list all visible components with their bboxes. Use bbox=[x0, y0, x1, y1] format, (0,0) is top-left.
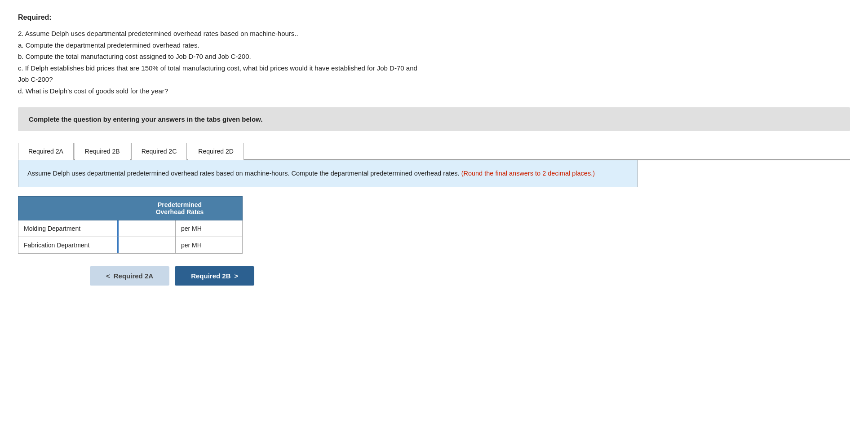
table-row: Fabrication Department per MH bbox=[18, 237, 243, 254]
molding-department-input-cell[interactable] bbox=[117, 220, 176, 237]
tab-required-2c[interactable]: Required 2C bbox=[131, 143, 187, 160]
next-icon: > bbox=[234, 272, 238, 280]
problem-line-4b: Job C-200? bbox=[18, 74, 850, 85]
molding-department-input[interactable] bbox=[117, 220, 175, 237]
molding-department-label: Molding Department bbox=[18, 220, 117, 237]
molding-department-unit: per MH bbox=[176, 220, 243, 237]
fabrication-department-label: Fabrication Department bbox=[18, 237, 117, 254]
table-row: Molding Department per MH bbox=[18, 220, 243, 237]
problem-line-2: a. Compute the departmental predetermine… bbox=[18, 40, 850, 51]
prev-label: Required 2A bbox=[114, 272, 153, 280]
tab-note: (Round the final answers to 2 decimal pl… bbox=[461, 170, 595, 177]
tab-required-2a[interactable]: Required 2A bbox=[18, 143, 74, 160]
problem-line-3: b. Compute the total manufacturing cost … bbox=[18, 51, 850, 62]
prev-button[interactable]: < Required 2A bbox=[90, 266, 169, 286]
instruction-text: Complete the question by entering your a… bbox=[29, 115, 262, 123]
fabrication-department-input-cell[interactable] bbox=[117, 237, 176, 254]
tab-required-2d[interactable]: Required 2D bbox=[188, 143, 244, 160]
tabs-container: Required 2A Required 2B Required 2C Requ… bbox=[18, 142, 850, 160]
next-label: Required 2B bbox=[191, 272, 230, 280]
problem-text: 2. Assume Delph uses departmental predet… bbox=[18, 28, 850, 97]
fabrication-department-input[interactable] bbox=[117, 237, 175, 253]
table-header-predetermined: PredeterminedOverhead Rates bbox=[117, 197, 243, 220]
required-label: Required: bbox=[18, 13, 850, 22]
fabrication-department-unit: per MH bbox=[176, 237, 243, 254]
problem-line-1: 2. Assume Delph uses departmental predet… bbox=[18, 28, 850, 40]
tab-content-2a: Assume Delph uses departmental predeterm… bbox=[18, 160, 638, 187]
answer-table: PredeterminedOverhead Rates Molding Depa… bbox=[18, 196, 243, 254]
prev-icon: < bbox=[106, 272, 110, 280]
table-header-empty bbox=[18, 197, 117, 220]
navigation-buttons: < Required 2A Required 2B > bbox=[90, 266, 850, 286]
tab-required-2b[interactable]: Required 2B bbox=[75, 143, 130, 160]
problem-line-5: d. What is Delph’s cost of goods sold fo… bbox=[18, 85, 850, 97]
next-button[interactable]: Required 2B > bbox=[175, 266, 254, 286]
answer-table-wrapper: PredeterminedOverhead Rates Molding Depa… bbox=[18, 196, 243, 254]
problem-line-4: c. If Delph establishes bid prices that … bbox=[18, 62, 850, 74]
instruction-box: Complete the question by entering your a… bbox=[18, 107, 850, 131]
tab-description: Assume Delph uses departmental predeterm… bbox=[27, 170, 460, 177]
